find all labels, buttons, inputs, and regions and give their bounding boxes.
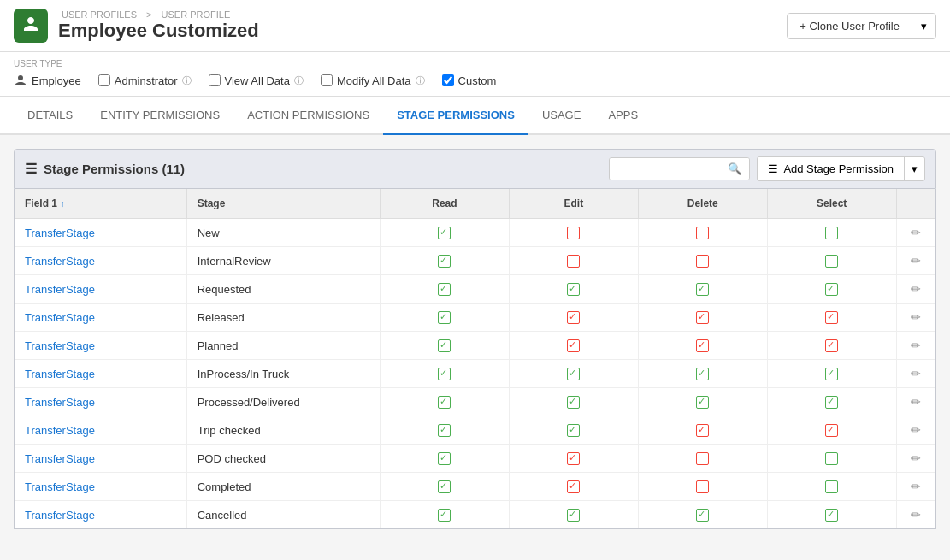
- search-input[interactable]: [610, 158, 721, 180]
- field-link[interactable]: TransferStage: [25, 255, 95, 268]
- field-link[interactable]: TransferStage: [25, 283, 95, 296]
- clone-user-profile-button[interactable]: + Clone User Profile: [788, 14, 912, 38]
- user-type-administrator[interactable]: Adminstrator ⓘ: [98, 74, 192, 87]
- edit-cell[interactable]: ✓: [509, 473, 638, 501]
- row-edit-button[interactable]: ✏: [896, 445, 935, 473]
- edit-pencil-icon[interactable]: ✏: [911, 367, 921, 380]
- edit-pencil-icon[interactable]: ✏: [911, 339, 921, 352]
- delete-cell[interactable]: [638, 445, 767, 473]
- read-cell[interactable]: ✓: [381, 388, 510, 416]
- edit-cell[interactable]: [509, 219, 638, 247]
- row-edit-button[interactable]: ✏: [896, 247, 935, 275]
- read-cell[interactable]: ✓: [381, 304, 510, 332]
- row-edit-button[interactable]: ✏: [896, 360, 935, 388]
- user-type-view-all-data[interactable]: View All Data ⓘ: [209, 74, 304, 87]
- field-link[interactable]: TransferStage: [25, 227, 95, 239]
- view-all-data-info-icon[interactable]: ⓘ: [294, 74, 304, 87]
- read-cell[interactable]: ✓: [381, 275, 510, 304]
- select-cell[interactable]: ✓: [767, 332, 896, 360]
- select-cell[interactable]: ✓: [767, 360, 896, 388]
- modify-all-data-info-icon[interactable]: ⓘ: [416, 74, 425, 87]
- select-cell[interactable]: [767, 473, 896, 501]
- col-select[interactable]: Select: [767, 189, 896, 219]
- delete-cell[interactable]: ✓: [638, 304, 767, 332]
- col-delete[interactable]: Delete: [638, 189, 767, 219]
- delete-cell[interactable]: ✓: [638, 332, 767, 360]
- add-stage-permission-button[interactable]: ☰ Add Stage Permission: [758, 157, 904, 180]
- tab-details[interactable]: DETAILS: [14, 97, 86, 135]
- tab-entity-permissions[interactable]: ENTITY PERMISSIONS: [86, 97, 233, 135]
- row-edit-button[interactable]: ✏: [896, 304, 935, 332]
- delete-cell[interactable]: ✓: [638, 388, 767, 416]
- select-cell[interactable]: [767, 445, 896, 473]
- field-link[interactable]: TransferStage: [25, 339, 95, 352]
- edit-pencil-icon[interactable]: ✏: [911, 282, 921, 296]
- administrator-checkbox[interactable]: [98, 74, 110, 86]
- delete-cell[interactable]: ✓: [638, 275, 767, 304]
- search-box[interactable]: 🔍: [609, 157, 750, 180]
- field-link[interactable]: TransferStage: [25, 509, 95, 522]
- user-type-custom[interactable]: Custom: [442, 74, 497, 87]
- edit-pencil-icon[interactable]: ✏: [911, 310, 921, 324]
- select-cell[interactable]: [767, 219, 896, 247]
- edit-pencil-icon[interactable]: ✏: [911, 226, 921, 239]
- field-link[interactable]: TransferStage: [25, 396, 95, 409]
- edit-cell[interactable]: [509, 247, 638, 275]
- row-edit-button[interactable]: ✏: [896, 501, 935, 529]
- edit-pencil-icon[interactable]: ✏: [911, 480, 921, 493]
- modify-all-data-checkbox[interactable]: [321, 74, 333, 86]
- select-cell[interactable]: ✓: [767, 416, 896, 445]
- select-cell[interactable]: ✓: [767, 501, 896, 529]
- edit-pencil-icon[interactable]: ✏: [911, 451, 921, 465]
- col-edit[interactable]: Edit: [509, 189, 638, 219]
- select-cell[interactable]: ✓: [767, 304, 896, 332]
- edit-pencil-icon[interactable]: ✏: [911, 254, 921, 268]
- edit-cell[interactable]: ✓: [509, 304, 638, 332]
- col-read[interactable]: Read: [381, 189, 510, 219]
- add-stage-permission-dropdown[interactable]: ▾: [904, 157, 924, 180]
- read-cell[interactable]: ✓: [381, 332, 510, 360]
- tab-stage-permissions[interactable]: STAGE PERMISSIONS: [383, 97, 528, 135]
- field-link[interactable]: TransferStage: [25, 311, 95, 324]
- field-link[interactable]: TransferStage: [25, 480, 95, 493]
- edit-cell[interactable]: ✓: [509, 360, 638, 388]
- read-cell[interactable]: ✓: [381, 416, 510, 445]
- delete-cell[interactable]: ✓: [638, 360, 767, 388]
- field-link[interactable]: TransferStage: [25, 368, 95, 380]
- clone-button-dropdown-arrow[interactable]: ▾: [912, 14, 935, 38]
- read-cell[interactable]: ✓: [381, 445, 510, 473]
- read-cell[interactable]: ✓: [381, 473, 510, 501]
- select-cell[interactable]: [767, 247, 896, 275]
- row-edit-button[interactable]: ✏: [896, 219, 935, 247]
- select-cell[interactable]: ✓: [767, 275, 896, 304]
- custom-checkbox[interactable]: [442, 74, 454, 86]
- row-edit-button[interactable]: ✏: [896, 388, 935, 416]
- view-all-data-checkbox[interactable]: [209, 74, 221, 86]
- row-edit-button[interactable]: ✏: [896, 473, 935, 501]
- edit-cell[interactable]: ✓: [509, 388, 638, 416]
- edit-pencil-icon[interactable]: ✏: [911, 395, 921, 409]
- read-cell[interactable]: ✓: [381, 219, 510, 247]
- row-edit-button[interactable]: ✏: [896, 275, 935, 304]
- col-stage[interactable]: Stage: [186, 189, 380, 219]
- edit-cell[interactable]: ✓: [509, 416, 638, 445]
- row-edit-button[interactable]: ✏: [896, 332, 935, 360]
- delete-cell[interactable]: [638, 247, 767, 275]
- edit-pencil-icon[interactable]: ✏: [911, 423, 921, 437]
- read-cell[interactable]: ✓: [381, 247, 510, 275]
- edit-cell[interactable]: ✓: [509, 501, 638, 529]
- select-cell[interactable]: ✓: [767, 388, 896, 416]
- field-link[interactable]: TransferStage: [25, 424, 95, 437]
- col-field[interactable]: Field 1↑: [15, 189, 186, 219]
- row-edit-button[interactable]: ✏: [896, 416, 935, 445]
- field-link[interactable]: TransferStage: [25, 452, 95, 465]
- tab-apps[interactable]: APPS: [594, 97, 652, 135]
- read-cell[interactable]: ✓: [381, 360, 510, 388]
- tab-action-permissions[interactable]: ACTION PERMISSIONS: [233, 97, 383, 135]
- edit-cell[interactable]: ✓: [509, 445, 638, 473]
- edit-cell[interactable]: ✓: [509, 275, 638, 304]
- edit-pencil-icon[interactable]: ✏: [911, 508, 921, 522]
- delete-cell[interactable]: ✓: [638, 501, 767, 529]
- read-cell[interactable]: ✓: [381, 501, 510, 529]
- add-stage-permission-button-group[interactable]: ☰ Add Stage Permission ▾: [757, 156, 925, 181]
